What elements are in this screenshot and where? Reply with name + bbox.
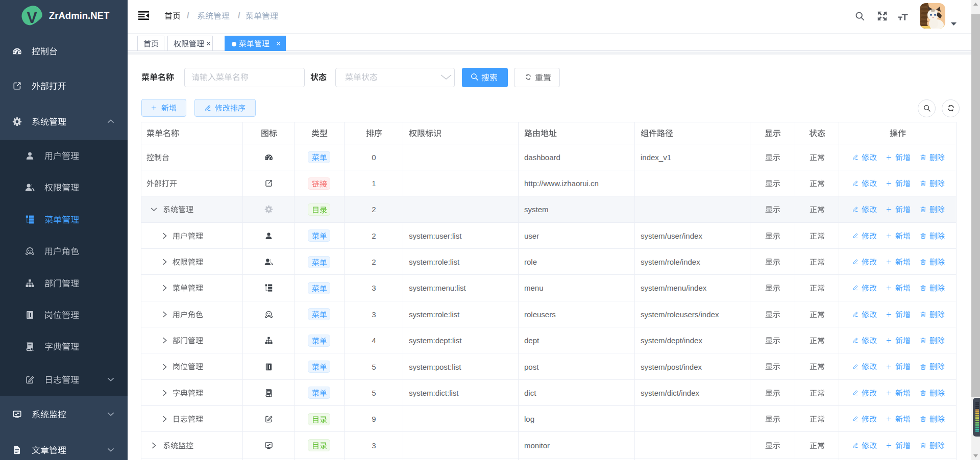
svg-text:V: V [27, 9, 37, 27]
